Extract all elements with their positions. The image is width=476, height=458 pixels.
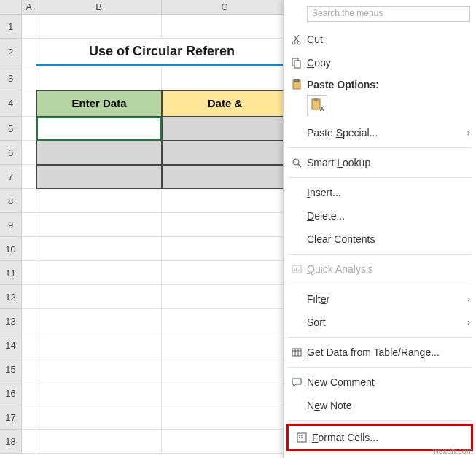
svg-point-21 bbox=[299, 435, 300, 436]
cell-a11[interactable] bbox=[22, 261, 36, 285]
cell-a15[interactable] bbox=[22, 357, 36, 381]
menu-cut[interactable]: Cut bbox=[284, 28, 476, 51]
menu-filter[interactable]: Filter › bbox=[284, 287, 476, 311]
cell-a2[interactable] bbox=[22, 39, 36, 66]
cell-c3[interactable] bbox=[162, 66, 288, 90]
row-header-3[interactable]: 3 bbox=[0, 66, 22, 90]
cell-a10[interactable] bbox=[22, 237, 36, 261]
menu-smart-lookup[interactable]: Smart Lookup bbox=[284, 151, 476, 174]
row-header-18[interactable]: 18 bbox=[0, 430, 22, 454]
cell-c12[interactable] bbox=[162, 285, 288, 309]
row-header-5[interactable]: 5 bbox=[0, 117, 22, 141]
row-header-13[interactable]: 13 bbox=[0, 309, 22, 333]
svg-point-22 bbox=[301, 435, 303, 436]
menu-new-note-label: New Note bbox=[307, 400, 470, 411]
cell-a17[interactable] bbox=[22, 405, 36, 430]
cell-b6[interactable] bbox=[36, 141, 162, 165]
cell-b7[interactable] bbox=[36, 165, 162, 189]
cell-c15[interactable] bbox=[162, 357, 288, 381]
paste-option-a[interactable]: A bbox=[307, 95, 327, 115]
cell-a8[interactable] bbox=[22, 189, 36, 213]
svg-point-24 bbox=[301, 437, 303, 438]
row-header-8[interactable]: 8 bbox=[0, 189, 22, 213]
cell-a9[interactable] bbox=[22, 213, 36, 237]
cell-c8[interactable] bbox=[162, 189, 288, 213]
menu-sort[interactable]: Sort › bbox=[284, 311, 476, 334]
title-cell[interactable]: Use of Circular Referen bbox=[36, 39, 288, 66]
row-header-1[interactable]: 1 bbox=[0, 15, 22, 39]
row-header-11[interactable]: 11 bbox=[0, 261, 22, 285]
row-header-15[interactable]: 15 bbox=[0, 357, 22, 381]
cell-b9[interactable] bbox=[36, 213, 162, 237]
cell-b13[interactable] bbox=[36, 309, 162, 333]
cell-c16[interactable] bbox=[162, 381, 288, 405]
col-header-a[interactable]: A bbox=[22, 0, 36, 14]
header-date[interactable]: Date & bbox=[162, 90, 288, 117]
cell-b17[interactable] bbox=[36, 405, 162, 430]
cell-c10[interactable] bbox=[162, 237, 288, 261]
menu-filter-label: Filter bbox=[307, 293, 467, 305]
cell-a5[interactable] bbox=[22, 117, 36, 141]
cell-a6[interactable] bbox=[22, 141, 36, 165]
cell-c9[interactable] bbox=[162, 213, 288, 237]
col-header-b[interactable]: B bbox=[36, 0, 162, 14]
cell-b8[interactable] bbox=[36, 189, 162, 213]
row-header-10[interactable]: 10 bbox=[0, 237, 22, 261]
menu-get-data-label: Get Data from Table/Range... bbox=[307, 346, 470, 358]
cell-c18[interactable] bbox=[162, 430, 288, 454]
cell-a3[interactable] bbox=[22, 66, 36, 90]
copy-icon bbox=[286, 57, 307, 69]
cell-a12[interactable] bbox=[22, 285, 36, 309]
cell-a13[interactable] bbox=[22, 309, 36, 333]
cell-b11[interactable] bbox=[36, 261, 162, 285]
cell-a4[interactable] bbox=[22, 90, 36, 117]
cell-c7[interactable] bbox=[162, 165, 288, 189]
svg-text:A: A bbox=[320, 106, 324, 112]
menu-separator bbox=[288, 177, 472, 178]
menu-search-input[interactable]: Search the menus bbox=[307, 6, 470, 22]
row-header-6[interactable]: 6 bbox=[0, 141, 22, 165]
cell-b12[interactable] bbox=[36, 285, 162, 309]
menu-insert[interactable]: Insert... bbox=[284, 181, 476, 204]
menu-new-note[interactable]: New Note bbox=[284, 394, 476, 417]
menu-clear-contents[interactable]: Clear Contents bbox=[284, 228, 476, 251]
row-header-7[interactable]: 7 bbox=[0, 165, 22, 189]
row-header-2[interactable]: 2 bbox=[0, 39, 22, 66]
menu-paste-special[interactable]: Paste Special... › bbox=[284, 121, 476, 144]
cell-c5[interactable] bbox=[162, 117, 288, 141]
row-header-12[interactable]: 12 bbox=[0, 285, 22, 309]
cell-b14[interactable] bbox=[36, 333, 162, 357]
cell-b15[interactable] bbox=[36, 357, 162, 381]
menu-copy[interactable]: Copy bbox=[284, 51, 476, 74]
row-header-16[interactable]: 16 bbox=[0, 381, 22, 405]
cell-a1[interactable] bbox=[22, 15, 36, 39]
cell-a18[interactable] bbox=[22, 430, 36, 454]
context-menu: Search the menus Cut Copy Paste Options:… bbox=[283, 0, 476, 458]
cell-b1[interactable] bbox=[36, 15, 162, 39]
cell-b3[interactable] bbox=[36, 66, 162, 90]
row-header-14[interactable]: 14 bbox=[0, 333, 22, 357]
cell-a16[interactable] bbox=[22, 381, 36, 405]
select-all-corner[interactable] bbox=[0, 0, 22, 14]
row-header-17[interactable]: 17 bbox=[0, 405, 22, 430]
menu-delete[interactable]: Delete... bbox=[284, 204, 476, 228]
cell-c17[interactable] bbox=[162, 405, 288, 430]
watermark: wsxdn.com bbox=[433, 446, 473, 455]
cell-b18[interactable] bbox=[36, 430, 162, 454]
row-header-4[interactable]: 4 bbox=[0, 90, 22, 117]
cell-c13[interactable] bbox=[162, 309, 288, 333]
cell-b16[interactable] bbox=[36, 381, 162, 405]
cell-b10[interactable] bbox=[36, 237, 162, 261]
cell-c14[interactable] bbox=[162, 333, 288, 357]
cell-b5-selected[interactable] bbox=[36, 117, 162, 141]
row-header-9[interactable]: 9 bbox=[0, 213, 22, 237]
cell-a14[interactable] bbox=[22, 333, 36, 357]
col-header-c[interactable]: C bbox=[162, 0, 288, 14]
cell-c6[interactable] bbox=[162, 141, 288, 165]
menu-get-data[interactable]: Get Data from Table/Range... bbox=[284, 341, 476, 364]
menu-new-comment[interactable]: + New Comment bbox=[284, 370, 476, 394]
cell-c11[interactable] bbox=[162, 261, 288, 285]
header-enter-data[interactable]: Enter Data bbox=[36, 90, 162, 117]
cell-c1[interactable] bbox=[162, 15, 288, 39]
cell-a7[interactable] bbox=[22, 165, 36, 189]
